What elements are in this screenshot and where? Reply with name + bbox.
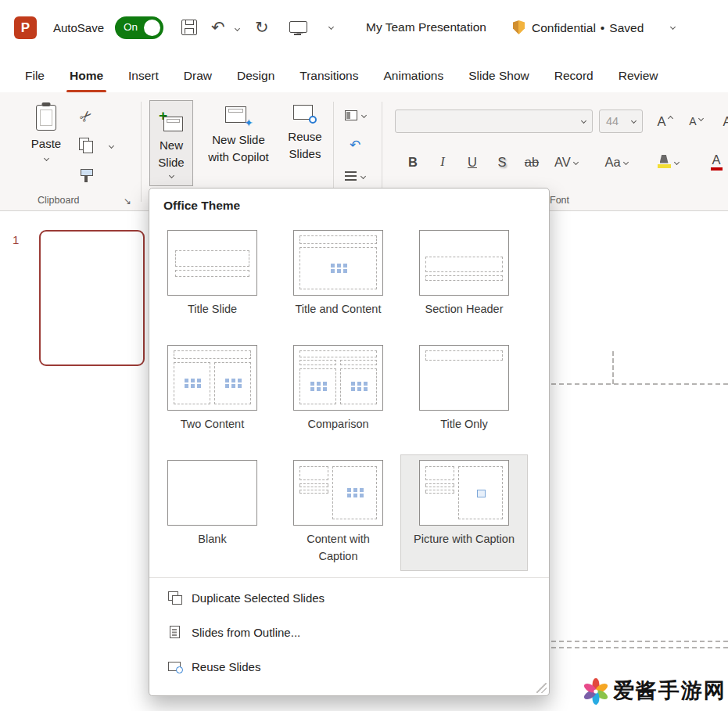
tab-design[interactable]: Design [224, 64, 287, 92]
reuse-slides-label: Reuse Slides [280, 128, 330, 163]
menu-resize-grip[interactable] [536, 683, 547, 693]
font-name-chevron-icon [581, 118, 586, 124]
font-group-label: Font [550, 195, 569, 206]
layout-option-picture-with-caption[interactable]: Picture with Caption [401, 455, 527, 570]
font-size-combobox[interactable]: 44 [599, 110, 643, 133]
document-title[interactable]: My Team Presentation [366, 20, 486, 34]
clear-formatting-letter: A [723, 115, 728, 128]
bold-button[interactable]: B [400, 150, 425, 174]
tab-animations[interactable]: Animations [371, 64, 456, 92]
start-presentation-button[interactable] [289, 21, 306, 35]
layout-label: Blank [161, 531, 264, 548]
clipboard-dialog-launcher-icon[interactable]: ↘ [124, 196, 131, 206]
quick-access-overflow-chevron-icon[interactable] [328, 24, 334, 30]
section-icon [345, 171, 357, 181]
duplicate-selected-slides-item[interactable]: Duplicate Selected Slides [149, 580, 549, 615]
slide-placeholder-edge [551, 383, 728, 385]
menu-item-label: Reuse Slides [192, 660, 260, 673]
clear-formatting-button[interactable]: A [715, 110, 728, 133]
autosave-label: AutoSave [53, 21, 104, 34]
slide-thumbnail[interactable] [39, 230, 145, 366]
menu-item-label: Slides from Outline... [192, 626, 300, 639]
layout-thumbnail [419, 345, 509, 411]
reuse-slides-button[interactable]: Reuse Slides [280, 95, 330, 163]
shrink-font-button[interactable]: A [683, 110, 708, 133]
new-slide-with-copilot-button[interactable]: ✦ New Slide with Copilot [200, 95, 277, 166]
text-shadow-button[interactable]: S [490, 150, 515, 174]
paste-label: Paste [31, 135, 61, 153]
paste-button[interactable]: Paste [23, 105, 69, 160]
clipboard-paste-icon [36, 105, 56, 131]
toggle-knob-icon [144, 20, 160, 36]
copilot-slide-icon: ✦ [225, 105, 252, 127]
layout-label: Two Content [161, 416, 264, 433]
tab-draw[interactable]: Draw [171, 64, 224, 92]
tab-home[interactable]: Home [57, 64, 116, 92]
group-separator [382, 102, 382, 202]
slides-from-outline-item[interactable]: Slides from Outline... [149, 615, 549, 649]
reuse-slides-item[interactable]: Reuse Slides [149, 649, 549, 684]
cut-button[interactable]: ✂ [75, 105, 97, 127]
font-color-button[interactable]: A [701, 150, 728, 174]
new-slide-icon: + [159, 110, 184, 132]
highlight-color-button[interactable] [651, 150, 685, 174]
strikethrough-button[interactable]: ab [519, 150, 544, 174]
save-icon [181, 20, 197, 35]
layout-thumbnail [419, 460, 509, 526]
new-slide-copilot-label: New Slide with Copilot [200, 131, 277, 166]
layout-thumbnail [293, 460, 383, 526]
layout-option-title-slide[interactable]: Title Slide [149, 225, 275, 340]
tab-slide-show[interactable]: Slide Show [456, 64, 542, 92]
font-name-combobox[interactable] [395, 110, 593, 133]
change-case-chevron-icon [623, 159, 629, 164]
sensitivity-status[interactable]: Confidential•Saved [532, 21, 644, 35]
highlighter-icon [658, 155, 672, 170]
reuse-slides-icon [293, 105, 317, 124]
layout-option-two-content[interactable]: Two Content [149, 340, 275, 455]
reset-layout-button[interactable]: ↶ [336, 131, 374, 158]
italic-button[interactable]: I [430, 150, 455, 174]
tab-insert[interactable]: Insert [116, 64, 171, 92]
autosave-toggle[interactable]: On [115, 16, 163, 39]
layout-option-content-with-caption[interactable]: Content with Caption [275, 455, 401, 570]
title-status-chevron-icon[interactable] [670, 24, 676, 30]
tab-file[interactable]: File [13, 64, 57, 92]
redo-icon: ↻ [255, 19, 269, 35]
new-slide-dropdown-chevron-icon[interactable] [168, 172, 174, 178]
layout-option-title-only[interactable]: Title Only [401, 340, 527, 455]
layout-thumbnail [293, 230, 383, 296]
layout-option-blank[interactable]: Blank [149, 455, 275, 570]
layout-option-section-header[interactable]: Section Header [401, 225, 527, 340]
new-slide-split-button[interactable]: + New Slide [149, 100, 193, 186]
tab-review[interactable]: Review [606, 64, 671, 92]
layout-label: Title Only [413, 416, 516, 433]
powerpoint-logo-icon[interactable]: P [14, 16, 37, 39]
save-button[interactable] [181, 20, 197, 35]
undo-dropdown-chevron-icon[interactable] [235, 26, 240, 31]
slide-placeholder-edge [551, 647, 728, 648]
change-case-button[interactable]: Aa [599, 150, 633, 174]
watermark-text: 爱酱手游网 [613, 677, 726, 705]
undo-button[interactable]: ↶ [211, 19, 225, 35]
paste-dropdown-chevron-icon[interactable] [43, 156, 48, 161]
grow-font-button[interactable]: A [652, 110, 677, 133]
character-spacing-button[interactable]: AV [549, 150, 583, 174]
layout-thumbnail [167, 230, 257, 296]
layout-label: Content with Caption [287, 531, 390, 566]
slide-layout-button[interactable] [336, 102, 374, 128]
layout-option-comparison[interactable]: Comparison [275, 340, 401, 455]
tab-record[interactable]: Record [542, 64, 606, 92]
undo-icon: ↶ [211, 19, 225, 35]
layout-label: Picture with Caption [413, 531, 516, 548]
layout-label: Title Slide [161, 301, 264, 318]
layout-option-title-and-content[interactable]: Title and Content [275, 225, 401, 340]
change-case-letters: Aa [604, 156, 620, 169]
copy-dropdown-chevron-icon[interactable] [109, 143, 114, 149]
underline-button[interactable]: U [460, 150, 485, 174]
copy-button[interactable] [75, 134, 97, 156]
section-button[interactable] [336, 163, 374, 189]
scissors-icon: ✂ [75, 105, 97, 127]
tab-transitions[interactable]: Transitions [287, 64, 371, 92]
format-painter-button[interactable] [75, 164, 97, 186]
redo-button[interactable]: ↻ [255, 19, 269, 35]
